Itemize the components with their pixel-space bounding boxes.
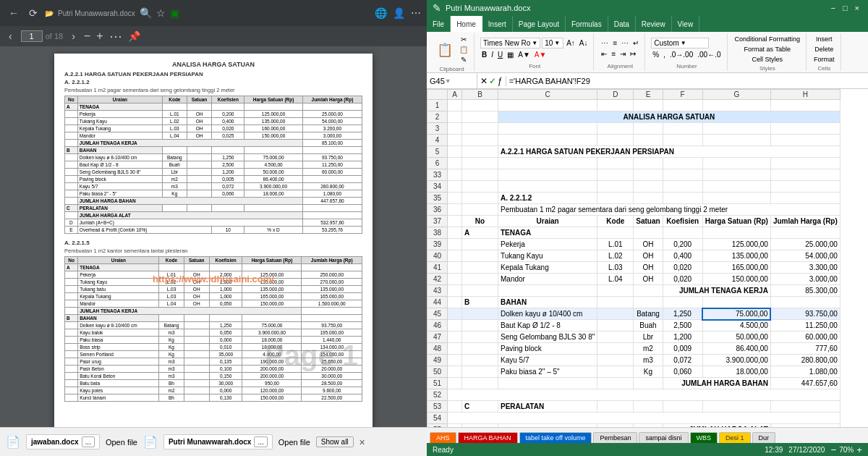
orientation-btn[interactable]: ↵ bbox=[631, 38, 640, 48]
sheet-tab-desi[interactable]: Desi 1 bbox=[719, 432, 751, 443]
cell-f37[interactable]: Koefisien bbox=[663, 216, 702, 227]
col-header-b[interactable]: B bbox=[462, 90, 498, 100]
cell-desc36[interactable]: Pembuatan 1 m2 pagar sementara dari seng… bbox=[498, 204, 841, 216]
pdf-global-icon[interactable]: 🌐 bbox=[375, 7, 387, 19]
cell-e35[interactable] bbox=[634, 193, 663, 204]
cell-a39[interactable] bbox=[448, 239, 462, 250]
col-header-h[interactable]: H bbox=[770, 90, 840, 100]
cell-section-heading[interactable]: A.2.2.1 HARGA SATUAN PEKERJAAN PERSIAPAN bbox=[498, 146, 841, 158]
top-align-btn[interactable]: ⋯ bbox=[600, 38, 610, 48]
cell-g40[interactable]: 135.000,00 bbox=[702, 250, 770, 262]
cell-a41[interactable] bbox=[448, 262, 462, 274]
zoom-in-btn[interactable]: + bbox=[856, 444, 862, 455]
cell-b51[interactable] bbox=[462, 378, 498, 389]
pdf-zoom-in[interactable]: + bbox=[96, 30, 103, 43]
sheet-tab-dur[interactable]: Dur bbox=[752, 432, 776, 443]
cell-d50[interactable] bbox=[597, 366, 634, 378]
cell-b33[interactable] bbox=[462, 169, 498, 181]
cell-g47[interactable]: 50.000,00 bbox=[702, 332, 770, 343]
pdf-page-input[interactable] bbox=[21, 30, 43, 42]
copy-btn[interactable]: 📋 bbox=[458, 45, 469, 54]
paste-btn[interactable]: 📋 bbox=[434, 41, 456, 59]
insert-cells-btn[interactable]: Insert bbox=[812, 35, 836, 43]
cell-f45[interactable]: 1,250 bbox=[663, 308, 702, 320]
cell-bahan-total-label[interactable]: JUMLAH HARGA BAHAN bbox=[663, 378, 770, 389]
cell-a43[interactable] bbox=[448, 285, 462, 297]
pdf-user-icon[interactable]: 👤 bbox=[393, 7, 405, 19]
font-name-dropdown[interactable]: Times New Ro ▼ bbox=[480, 38, 540, 48]
cell-f46[interactable]: 2,500 bbox=[663, 320, 702, 332]
cell-c1[interactable] bbox=[498, 100, 597, 111]
cell-f48[interactable]: 0,009 bbox=[663, 343, 702, 355]
cell-h50[interactable]: 1.080,00 bbox=[770, 366, 840, 378]
cell-h42[interactable]: 3.000,00 bbox=[770, 274, 840, 285]
cell-g48[interactable]: 86.400,00 bbox=[702, 343, 770, 355]
col-header-e[interactable]: E bbox=[634, 90, 663, 100]
cell-a2[interactable] bbox=[448, 111, 462, 123]
cell-d43[interactable] bbox=[597, 285, 634, 297]
cell-g33[interactable] bbox=[702, 169, 770, 181]
cell-f42[interactable]: 0,020 bbox=[663, 274, 702, 285]
cell-b6[interactable] bbox=[462, 158, 498, 169]
pdf-star-icon[interactable]: ☆ bbox=[156, 7, 166, 19]
cell-f6[interactable] bbox=[663, 158, 702, 169]
cell-d35[interactable] bbox=[597, 193, 634, 204]
cell-g35[interactable] bbox=[702, 193, 770, 204]
cell-f1[interactable] bbox=[663, 100, 702, 111]
pdf-prev-page[interactable]: ‹ bbox=[6, 29, 15, 43]
cell-d49[interactable] bbox=[597, 355, 634, 366]
cell-e40[interactable]: OH bbox=[634, 250, 663, 262]
cell-e51[interactable] bbox=[634, 378, 663, 389]
cell-b40[interactable] bbox=[462, 250, 498, 262]
cell-h40[interactable]: 54.000,00 bbox=[770, 250, 840, 262]
cell-ref-arrow[interactable]: ▼ bbox=[445, 77, 451, 85]
decrease-decimal-btn[interactable]: .00←.0 bbox=[696, 50, 722, 59]
col-header-c[interactable]: C bbox=[498, 90, 597, 100]
cell-a1[interactable] bbox=[448, 100, 462, 111]
cell-c34[interactable] bbox=[498, 181, 597, 193]
cell-e43[interactable] bbox=[634, 285, 663, 297]
cell-f47[interactable]: 1,200 bbox=[663, 332, 702, 343]
file1-link[interactable]: Open file bbox=[106, 438, 137, 447]
cell-e33[interactable] bbox=[634, 169, 663, 181]
fill-color-btn[interactable]: A▼ bbox=[516, 50, 532, 59]
taskbar-close-btn[interactable]: × bbox=[359, 436, 365, 448]
cell-e6[interactable] bbox=[634, 158, 663, 169]
cell-h39[interactable]: 25.000,00 bbox=[770, 239, 840, 250]
formula-cancel-btn[interactable]: ✕ bbox=[480, 76, 488, 86]
cell-h44[interactable] bbox=[770, 297, 840, 308]
cell-h33[interactable] bbox=[770, 169, 840, 181]
bold-btn[interactable]: B bbox=[480, 50, 488, 59]
pdf-options-btn[interactable]: ⋯ bbox=[109, 28, 122, 44]
cell-c44[interactable]: BAHAN bbox=[498, 297, 597, 308]
cell-b41[interactable] bbox=[462, 262, 498, 274]
cell-b4[interactable] bbox=[462, 135, 498, 146]
cell-b44[interactable]: B bbox=[462, 297, 498, 308]
cell-f50[interactable]: 0,060 bbox=[663, 366, 702, 378]
cell-c41[interactable]: Kepala Tukang bbox=[498, 262, 597, 274]
cell-d53[interactable] bbox=[597, 401, 634, 413]
cell-e42[interactable]: OH bbox=[634, 274, 663, 285]
cell-c37[interactable]: Uraian bbox=[498, 216, 597, 227]
cell-c45[interactable]: Dolken kayu ø 10/400 cm bbox=[498, 308, 597, 320]
cell-d47[interactable] bbox=[597, 332, 634, 343]
center-align-btn[interactable]: ≡ bbox=[610, 49, 617, 59]
cell-h1[interactable] bbox=[770, 100, 840, 111]
format-cells-btn[interactable]: Format bbox=[812, 55, 836, 64]
decrease-font-btn[interactable]: A↓ bbox=[578, 38, 590, 48]
cell-g38[interactable] bbox=[702, 227, 770, 239]
cell-b42[interactable] bbox=[462, 274, 498, 285]
increase-font-btn[interactable]: A↑ bbox=[565, 38, 576, 48]
cell-a40[interactable] bbox=[448, 250, 462, 262]
cell-h49[interactable]: 280.800,00 bbox=[770, 355, 840, 366]
tab-formulas[interactable]: Formulas bbox=[566, 16, 608, 32]
cell-a4[interactable] bbox=[448, 135, 462, 146]
cell-f49[interactable]: 0,072 bbox=[663, 355, 702, 366]
col-header-a[interactable]: A bbox=[448, 90, 462, 100]
cell-f3[interactable] bbox=[663, 123, 702, 135]
cell-d46[interactable] bbox=[597, 320, 634, 332]
tab-data[interactable]: Data bbox=[608, 16, 636, 32]
sheet-tab-sampai[interactable]: sampai disni bbox=[639, 432, 688, 443]
cell-e37[interactable]: Satuan bbox=[634, 216, 663, 227]
cell-e34[interactable] bbox=[634, 181, 663, 193]
